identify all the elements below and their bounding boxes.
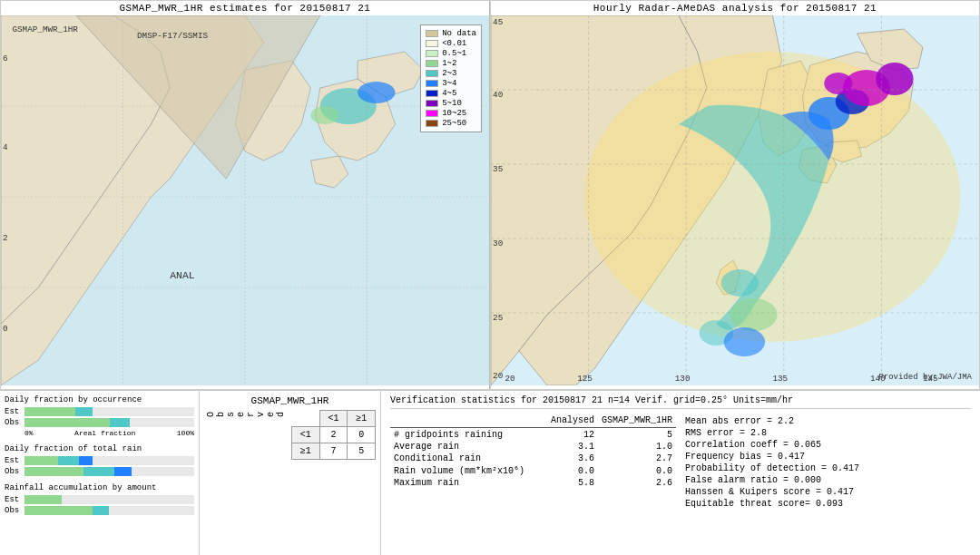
cell-10: 7 [319,443,348,460]
stats-right-col: Mean abs error = 2.2 RMS error = 2.8 Cor… [685,414,971,511]
bar-track-est3 [24,495,194,504]
chart-total-rain: Daily fraction of total rain Est Obs [5,444,194,476]
legend-color-nodata [426,30,438,37]
stats-val1-4: 5.8 [547,477,598,489]
stats-col-gsmap: GSMAP_MWR_1HR [598,414,676,426]
legend-label-10-25: 10~25 [442,109,466,118]
stats-label-4: Maximum rain [390,477,547,489]
legend-label-1-2: 1~2 [442,59,456,68]
bar-track-est1 [24,407,194,416]
stats-val1-2: 3.6 [547,453,598,464]
stats-table: Analysed GSMAP_MWR_1HR # grid [390,414,676,489]
bottom-row: Daily fraction by occurrence Est Obs [0,390,980,555]
stat-pod: Probability of detection = 0.417 [685,463,971,473]
observed-label-wrapper: Observed [204,410,288,419]
legend-label-05-1: 0.5~1 [442,49,466,58]
right-map-svg: 45 40 35 30 25 20 125 130 135 140 145 20 [491,15,979,385]
legend-label-5-10: 5~10 [442,99,462,108]
legend-item-25-50: 25~50 [426,119,476,128]
bar-row-est3: Est [5,495,194,504]
contingency-title: GSMAP_MWR_1HR [204,395,376,406]
svg-text:GSMAP_MWR_1HR: GSMAP_MWR_1HR [12,24,78,34]
stats-val2-2: 2.7 [598,453,676,464]
stats-col-label [390,414,547,426]
cell-11: 5 [348,443,376,460]
svg-text:20: 20 [505,374,515,384]
axis-start-1: 0% [24,429,34,437]
stat-false-alarm: False alarm ratio = 0.000 [685,475,971,485]
svg-text:135: 135 [772,374,788,384]
stats-val2-4: 2.6 [598,477,676,489]
top-row: GSMAP_MWR_1HR estimates for 20150817 21 [0,0,980,390]
legend-color-05-1 [426,50,438,57]
left-map-legend: No data <0.01 0.5~1 1~2 [420,24,482,132]
legend-color-lt001 [426,40,438,47]
contingency-table: <1 ≥1 <1 2 0 ≥1 7 [291,410,376,460]
stats-val1-3: 0.0 [547,464,598,477]
bar-fill-obs2-green [24,467,83,476]
bar-row-obs2: Obs [5,467,194,476]
stats-col-analysed: Analysed [547,414,598,426]
stats-left-col: Analysed GSMAP_MWR_1HR # grid [390,414,676,511]
legend-color-2-3 [426,70,438,77]
left-map-panel: GSMAP_MWR_1HR estimates for 20150817 21 [0,0,490,390]
stat-hanssen: Hanssen & Kuipers score = 0.417 [685,487,971,497]
bar-axis-1: 0% Areal fraction 100% [5,429,194,437]
svg-text:40: 40 [493,90,503,100]
stat-freq-bias: Frequency bias = 0.417 [685,452,971,462]
bottom-left-charts: Daily fraction by occurrence Est Obs [0,391,200,555]
stats-val2-1: 1.0 [598,441,676,453]
bar-fill-obs2-cyan [83,467,114,476]
svg-text:125: 125 [577,374,593,384]
bar-row-obs1: Obs [5,418,194,427]
svg-text:6: 6 [3,54,8,63]
svg-point-8 [358,82,395,103]
legend-item-lt001: <0.01 [426,39,476,48]
row-header-1: <1 [292,427,320,443]
axis-mid-1: Areal fraction [74,429,135,437]
right-map-panel: Hourly Radar-AMeDAS analysis for 2015081… [490,0,980,390]
bar-row-obs3: Obs [5,506,194,515]
est-label-3: Est [5,495,24,504]
contingency-table-wrapper: <1 ≥1 <1 2 0 ≥1 7 [291,410,376,460]
stat-rms: RMS error = 2.8 [685,428,971,438]
stats-val1-1: 3.1 [547,441,598,453]
stats-label-3: Rain volume (mm*km²x10⁶) [390,464,547,477]
stats-label-2: Conditional rain [390,453,547,464]
chart-total-rain-title: Daily fraction of total rain [5,444,194,453]
left-map-content: ANAL 6 4 2 0 DMSP-F17/SSMIS GSMAP_MWR_1H… [1,15,489,385]
svg-text:4: 4 [3,142,8,152]
legend-item-05-1: 0.5~1 [426,49,476,58]
svg-point-25 [730,298,778,331]
obs-label-1: Obs [5,418,24,427]
legend-color-4-5 [426,90,438,97]
observed-label: Observed [204,410,288,419]
svg-text:130: 130 [675,374,691,384]
stats-row-0: # gridpoints raining 12 5 [390,429,676,441]
stat-mean-abs: Mean abs error = 2.2 [685,416,971,426]
bar-fill-obs3-cyan [93,506,110,515]
stat-equitable: Equitable threat score= 0.093 [685,499,971,509]
legend-label-4-5: 4~5 [442,89,456,98]
chart-occurrence: Daily fraction by occurrence Est Obs [5,395,194,437]
legend-item-3-4: 3~4 [426,79,476,88]
svg-text:0: 0 [3,324,8,334]
est-label-2: Est [5,456,24,465]
left-map-title: GSMAP_MWR_1HR estimates for 20150817 21 [1,1,489,15]
stats-label-0: # gridpoints raining [390,429,547,441]
svg-text:ANAL: ANAL [170,270,195,281]
bar-fill-obs1-green [24,418,110,427]
legend-label-3-4: 3~4 [442,79,456,88]
svg-point-23 [824,73,852,94]
bar-fill-est1-cyan [75,407,93,416]
main-container: GSMAP_MWR_1HR estimates for 20150817 21 [0,0,980,555]
svg-text:30: 30 [493,239,503,248]
bar-fill-est3-green [24,495,62,504]
svg-text:DMSP-F17/SSMIS: DMSP-F17/SSMIS [137,31,209,41]
svg-point-9 [310,106,338,124]
bottom-right-stats: Verification statistics for 20150817 21 … [381,391,980,555]
stats-val2-0: 5 [598,429,676,441]
stat-corr: Correlation coeff = 0.065 [685,440,971,450]
legend-item-4-5: 4~5 [426,89,476,98]
bar-fill-est2-blue [79,456,93,465]
